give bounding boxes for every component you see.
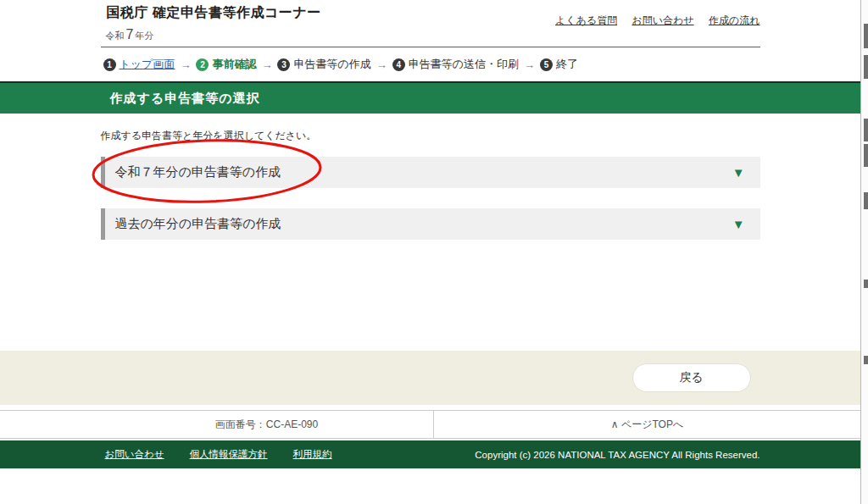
- step-5-badge: 5: [540, 58, 553, 71]
- year-suffix: 年分: [135, 30, 153, 41]
- step-2-badge: 2: [196, 58, 209, 71]
- site-footer: お問い合わせ 個人情報保護方針 利用規約 Copyright (c) 2026 …: [0, 440, 860, 468]
- accordion-current-year-label: 令和７年分の申告書等の作成: [115, 164, 281, 180]
- accordion-current-year[interactable]: 令和７年分の申告書等の作成 ▼: [101, 157, 760, 188]
- step-arrow-icon: →: [261, 58, 272, 71]
- step-arrow-icon: →: [180, 58, 191, 71]
- step-4-badge: 4: [392, 58, 405, 71]
- footer-contact-link[interactable]: お問い合わせ: [105, 448, 164, 461]
- faq-link[interactable]: よくある質問: [555, 14, 617, 26]
- footer-terms-link[interactable]: 利用規約: [293, 448, 332, 461]
- main-content: 作成する申告書等と年分を選択してください。 令和７年分の申告書等の作成 ▼ 過去…: [101, 114, 760, 351]
- tax-year-label: 令和7年分: [101, 27, 760, 42]
- creation-flow-link[interactable]: 作成の流れ: [709, 14, 760, 26]
- year-prefix: 令和: [106, 30, 125, 41]
- step-send-print-label: 申告書等の送信・印刷: [409, 57, 519, 72]
- step-arrow-icon: →: [376, 58, 387, 71]
- step-create-return: 3 申告書等の作成: [277, 57, 370, 72]
- page-title-bar: 作成する申告書等の選択: [0, 81, 860, 114]
- step-arrow-icon: →: [524, 58, 535, 71]
- back-button[interactable]: 戻る: [632, 363, 751, 392]
- action-bar: 戻る: [0, 351, 860, 405]
- window-edge: [860, 0, 868, 504]
- step-send-print: 4 申告書等の送信・印刷: [392, 57, 519, 72]
- contact-link[interactable]: お問い合わせ: [632, 14, 693, 26]
- step-finish: 5 終了: [540, 57, 578, 72]
- step-create-return-label: 申告書等の作成: [293, 57, 370, 72]
- accordion-past-years-label: 過去の年分の申告書等の作成: [115, 216, 281, 232]
- step-top-screen-link[interactable]: トップ画面: [120, 57, 175, 72]
- accordion-past-years[interactable]: 過去の年分の申告書等の作成 ▼: [101, 208, 760, 240]
- triangle-down-icon: ▼: [732, 217, 745, 231]
- step-finish-label: 終了: [556, 57, 578, 72]
- page-top-link[interactable]: ∧ ページTOPへ: [434, 411, 860, 438]
- info-bar: 画面番号：CC-AE-090 ∧ ページTOPへ: [0, 410, 860, 439]
- page-title: 作成する申告書等の選択: [101, 91, 260, 105]
- step-navigation: 1 トップ画面 → 2 事前確認 → 3 申告書等の作成 → 4 申告書等の送信…: [101, 47, 760, 81]
- tax-agency-page: 国税庁 確定申告書等作成コーナー 令和7年分 よくある質問 お問い合わせ 作成の…: [0, 0, 860, 504]
- header-links: よくある質問 お問い合わせ 作成の流れ: [543, 14, 760, 28]
- step-pre-check-label: 事前確認: [212, 57, 256, 72]
- triangle-down-icon: ▼: [732, 165, 745, 180]
- step-3-badge: 3: [277, 58, 290, 71]
- footer-privacy-policy-link[interactable]: 個人情報保護方針: [190, 448, 268, 461]
- step-1-badge: 1: [103, 58, 116, 71]
- step-pre-check: 2 事前確認: [196, 57, 256, 72]
- year-number: 7: [126, 27, 134, 42]
- copyright-text: Copyright (c) 2026 NATIONAL TAX AGENCY A…: [475, 450, 760, 460]
- instruction-text: 作成する申告書等と年分を選択してください。: [101, 114, 760, 143]
- step-top-screen: 1 トップ画面: [103, 57, 175, 72]
- screen-number: 画面番号：CC-AE-090: [0, 411, 434, 438]
- site-header: 国税庁 確定申告書等作成コーナー 令和7年分 よくある質問 お問い合わせ 作成の…: [101, 0, 760, 47]
